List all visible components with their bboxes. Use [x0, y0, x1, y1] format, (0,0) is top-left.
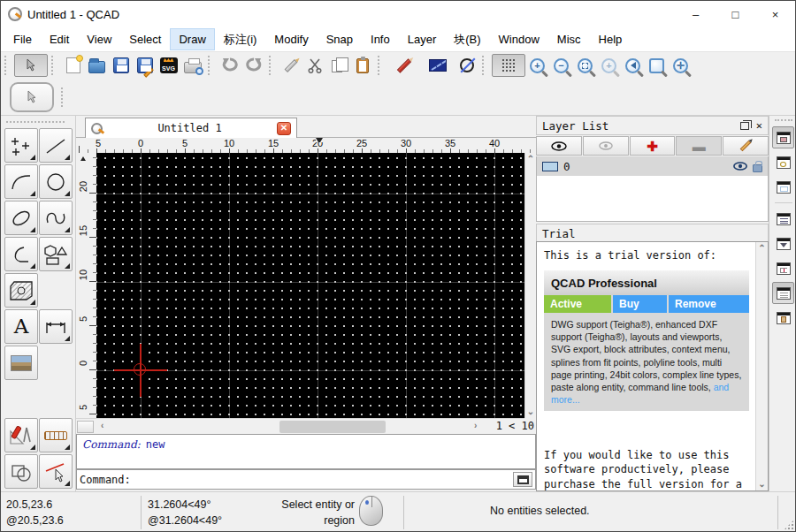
hatch-tool-button[interactable]	[4, 273, 38, 308]
undock-panel-icon[interactable]	[740, 122, 749, 130]
menu-edit[interactable]: Edit	[42, 29, 77, 49]
grid-toggle-button[interactable]	[492, 54, 525, 77]
layer-visible-eye-icon[interactable]	[733, 162, 747, 171]
selection-tools-button[interactable]	[4, 454, 38, 489]
panel-toggle-command-line[interactable]	[772, 282, 794, 304]
panel-toggle-view-list[interactable]	[772, 176, 794, 198]
edit-layer-button[interactable]	[723, 136, 769, 156]
layer-row[interactable]: 0	[537, 156, 768, 176]
zoom-out-button[interactable]: −	[549, 54, 573, 77]
menu-select[interactable]: Select	[121, 29, 169, 49]
dimension-tool-button[interactable]	[39, 309, 73, 344]
menu-snap[interactable]: Snap	[318, 29, 361, 49]
panel-toggle-selection-filter[interactable]	[772, 232, 794, 255]
polyline-tool-button[interactable]	[4, 237, 38, 271]
command-options-button[interactable]	[513, 472, 532, 487]
text-tool-button[interactable]: A	[4, 309, 38, 344]
svg-export-button[interactable]: SVG	[157, 54, 180, 77]
panel-toggle-library-browser[interactable]	[772, 208, 794, 230]
selection-status: No entities selected.	[490, 492, 755, 532]
panel-toggle-clipboard[interactable]	[772, 307, 794, 329]
close-panel-icon[interactable]: ✕	[756, 120, 762, 131]
menu-modify[interactable]: Modify	[266, 29, 316, 49]
menu-help[interactable]: Help	[591, 29, 631, 49]
scroll-right-icon[interactable]: ›	[474, 422, 477, 430]
spline-tool-button[interactable]	[39, 201, 73, 235]
trial-product-card: QCAD Professional Active Buy Remove DWG …	[544, 270, 749, 411]
panel-toggle-layer-list[interactable]	[772, 126, 794, 148]
horizontal-scrollbar[interactable]: ‹ ›	[76, 418, 524, 434]
scroll-left-icon[interactable]: ‹	[101, 422, 103, 430]
dashed-rect-button[interactable]	[421, 54, 455, 77]
line-tool-button[interactable]	[39, 128, 73, 163]
scroll-up-icon[interactable]: ⌃	[758, 244, 765, 253]
minimize-button[interactable]: –	[676, 1, 716, 27]
shape-tool-button[interactable]	[39, 237, 73, 271]
circle-slash-button[interactable]	[455, 54, 478, 77]
show-all-layers-button[interactable]	[536, 136, 582, 156]
active-button[interactable]: Active	[544, 295, 611, 313]
current-tool-pointer-button[interactable]	[10, 82, 54, 112]
new-file-button[interactable]	[61, 54, 85, 77]
drawing-canvas[interactable]	[96, 153, 524, 418]
image-tool-button[interactable]	[4, 346, 38, 380]
buy-button[interactable]: Buy	[613, 295, 667, 313]
undo-button[interactable]	[218, 54, 241, 77]
redo-button[interactable]	[241, 54, 265, 77]
menu-misc[interactable]: Misc	[549, 29, 589, 49]
scrollbar-thumb[interactable]	[279, 421, 386, 433]
zoom-in-button[interactable]: +	[525, 54, 549, 77]
tab-title: Untitled 1	[103, 122, 277, 134]
measure-tool-button[interactable]	[39, 418, 73, 452]
open-file-button[interactable]	[85, 54, 109, 77]
pan-button[interactable]: ✛	[669, 54, 693, 77]
previous-view-button[interactable]	[621, 54, 645, 77]
modify-tools-button[interactable]	[39, 454, 73, 489]
pencil-edit-button[interactable]	[387, 54, 421, 77]
scroll-down-icon[interactable]: ⌄	[758, 480, 765, 489]
erase-button[interactable]	[279, 54, 302, 77]
command-input[interactable]	[131, 472, 513, 488]
zoom-window-button[interactable]	[645, 54, 669, 77]
menu-window[interactable]: Window	[491, 29, 547, 49]
arc-tool-button[interactable]	[4, 164, 38, 199]
panel-toggle-reference[interactable]	[772, 257, 794, 279]
menu-layer[interactable]: Layer	[400, 29, 445, 49]
vruler-label: 5	[78, 401, 88, 414]
cut-button[interactable]	[302, 54, 326, 77]
document-tab[interactable]: Untitled 1 ✕	[85, 118, 297, 138]
selection-pointer-button[interactable]	[14, 54, 48, 77]
menu-dimension[interactable]: 标注(i)	[216, 28, 265, 51]
menu-view[interactable]: View	[79, 29, 119, 49]
resize-grip[interactable]	[784, 520, 794, 530]
vertical-scrollbar[interactable]: ⌃ ⌄	[524, 153, 536, 418]
save-as-button[interactable]	[133, 54, 157, 77]
point-tool-button[interactable]	[4, 128, 38, 163]
add-layer-button[interactable]: ✚	[630, 136, 676, 156]
auto-zoom-button[interactable]	[573, 54, 597, 77]
scroll-up-icon[interactable]: ⌃	[527, 155, 534, 163]
close-button[interactable]: ×	[755, 1, 795, 27]
panel-toggle-block-list[interactable]	[772, 151, 794, 173]
maximize-button[interactable]: □	[716, 1, 755, 27]
scroll-down-icon[interactable]: ⌄	[527, 407, 534, 416]
circle-tool-button[interactable]	[39, 164, 73, 199]
menu-block[interactable]: 块(B)	[446, 28, 488, 51]
menu-file[interactable]: File	[5, 29, 40, 49]
remove-layer-button[interactable]: ▬	[676, 136, 722, 156]
layer-lock-icon[interactable]	[753, 164, 762, 172]
hide-all-layers-button[interactable]	[583, 136, 629, 156]
zoom-selection-button[interactable]: +	[597, 54, 621, 77]
tab-close-icon[interactable]: ✕	[277, 122, 291, 135]
menu-info[interactable]: Info	[363, 29, 398, 49]
draw-misc-tool-button[interactable]	[4, 418, 38, 452]
ellipse-tool-button[interactable]	[4, 201, 38, 235]
menu-draw[interactable]: Draw	[171, 29, 213, 49]
print-preview-button[interactable]	[180, 54, 204, 77]
trial-panel: Trial This is a trial version of: QCAD P…	[536, 224, 769, 491]
trial-scrollbar[interactable]: ⌃ ⌄	[755, 242, 768, 490]
remove-button[interactable]: Remove	[669, 295, 749, 313]
save-button[interactable]	[109, 54, 133, 77]
copy-button[interactable]	[326, 54, 350, 77]
paste-button[interactable]	[350, 54, 374, 77]
